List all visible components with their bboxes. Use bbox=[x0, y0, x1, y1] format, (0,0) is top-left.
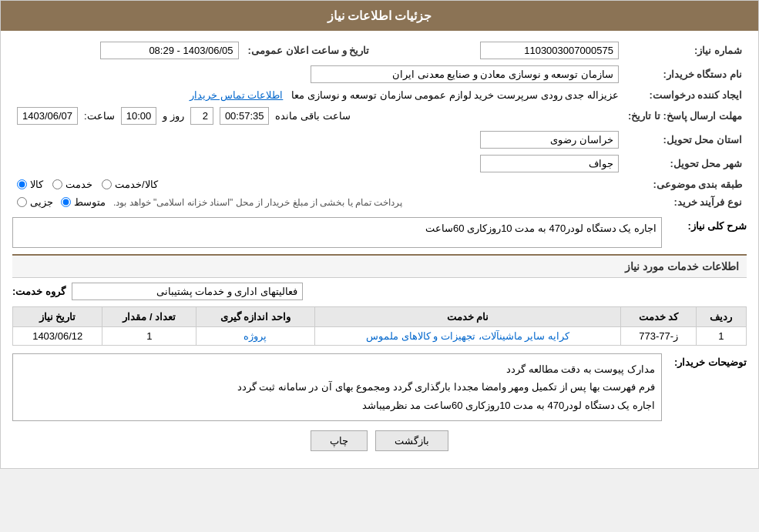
service-group-row: گروه خدمت: فعالیتهای اداری و خدمات پشتیب… bbox=[12, 283, 747, 300]
purchase-type-label: نوع فرآیند خرید: bbox=[623, 193, 747, 211]
buyer-org-value: سازمان توسعه و نوسازی معادن و صنایع معدن… bbox=[12, 62, 623, 86]
info-table: شماره نیاز: 1103003007000575 تاریخ و ساع… bbox=[12, 38, 747, 211]
col-row-num: ردیف bbox=[696, 307, 746, 327]
button-row: بازگشت چاپ bbox=[12, 430, 747, 451]
page-title: جزئیات اطلاعات نیاز bbox=[327, 9, 432, 22]
need-number-label: شماره نیاز: bbox=[623, 38, 747, 62]
response-remaining-label: ساعت باقی مانده bbox=[275, 110, 350, 122]
category-options: کالا خدمت کالا/خدمت bbox=[12, 176, 623, 193]
cell-date: 1403/06/12 bbox=[13, 327, 102, 346]
purchase-jozi-radio[interactable] bbox=[17, 197, 27, 207]
category-khedmat-radio[interactable] bbox=[52, 179, 62, 189]
buyer-notes-box: مدارک پیوست به دقت مطالعه گرددفرم فهرست … bbox=[12, 353, 662, 421]
service-group-value: فعالیتهای اداری و خدمات پشتیبانی bbox=[72, 283, 303, 300]
cell-row-num: 1 bbox=[696, 327, 746, 346]
need-description-box: اجاره یک دستگاه لودر470 به مدت 10روزکاری… bbox=[12, 217, 662, 248]
content-area: شماره نیاز: 1103003007000575 تاریخ و ساع… bbox=[1, 31, 758, 468]
category-kala-khedmat-radio[interactable] bbox=[102, 179, 112, 189]
need-description-section: شرح کلی نیاز: اجاره یک دستگاه لودر470 به… bbox=[12, 217, 747, 248]
category-kala-khedmat-item: کالا/خدمت bbox=[102, 179, 158, 190]
need-description-box-wrapper: اجاره یک دستگاه لودر470 به مدت 10روزکاری… bbox=[12, 217, 662, 248]
response-time-label: ساعت: bbox=[84, 110, 115, 122]
col-service-code: کد خدمت bbox=[621, 307, 696, 327]
row-response-date: مهلت ارسال پاسخ: تا تاریخ: 1403/06/07 سا… bbox=[12, 104, 747, 128]
page-container: جزئیات اطلاعات نیاز شماره نیاز: 11030030… bbox=[0, 0, 759, 469]
col-unit: واحد اندازه گیری bbox=[196, 307, 314, 327]
need-number-value: 1103003007000575 bbox=[392, 38, 623, 62]
purchase-motavasset-item: متوسط bbox=[61, 196, 106, 208]
purchase-jozi-label: جزیی bbox=[30, 196, 53, 208]
city-box: جواف bbox=[480, 155, 619, 172]
service-table: ردیف کد خدمت نام خدمت واحد اندازه گیری ت… bbox=[12, 306, 747, 346]
need-description-label: شرح کلی نیاز: bbox=[670, 217, 747, 232]
category-label: طبقه بندی موضوعی: bbox=[623, 176, 747, 193]
category-kala-khedmat-label: کالا/خدمت bbox=[115, 179, 158, 190]
city-value: جواف bbox=[12, 152, 623, 176]
response-date-label: مهلت ارسال پاسخ: تا تاریخ: bbox=[623, 104, 747, 128]
response-days-box: 2 bbox=[190, 107, 213, 125]
col-date: تاریخ نیاز bbox=[13, 307, 102, 327]
response-days-label: روز و bbox=[163, 110, 184, 122]
requester-label: ایجاد کننده درخواست: bbox=[623, 86, 747, 104]
requester-link[interactable]: اطلاعات تماس خریدار bbox=[190, 89, 283, 101]
print-button[interactable]: چاپ bbox=[311, 430, 368, 451]
notes-line: مدارک پیوست به دقت مطالعه گردد bbox=[19, 360, 655, 378]
province-box: خراسان رضوی bbox=[480, 131, 619, 149]
row-purchase-type: نوع فرآیند خرید: جزیی متوسط پرداخت تمام … bbox=[12, 193, 747, 211]
page-header: جزئیات اطلاعات نیاز bbox=[1, 1, 758, 31]
col-quantity: تعداد / مقدار bbox=[102, 307, 196, 327]
category-kala-label: کالا bbox=[30, 179, 43, 190]
category-kala-radio[interactable] bbox=[17, 179, 27, 189]
announce-box: 1403/06/05 - 08:29 bbox=[100, 42, 239, 59]
province-label: استان محل تحویل: bbox=[623, 128, 747, 152]
cell-unit: پروژه bbox=[196, 327, 314, 346]
purchase-type-options: جزیی متوسط پرداخت تمام یا بخشی از مبلغ خ… bbox=[12, 193, 623, 211]
service-group-label: گروه خدمت: bbox=[12, 286, 65, 297]
row-category: طبقه بندی موضوعی: کالا خدمت کالا/خدمت bbox=[12, 176, 747, 193]
row-requester: ایجاد کننده درخواست: عزیزاله جدی رودی سر… bbox=[12, 86, 747, 104]
purchase-motavasset-radio[interactable] bbox=[61, 197, 71, 207]
announce-label: تاریخ و ساعت اعلان عمومی: bbox=[243, 38, 393, 62]
buyer-org-box: سازمان توسعه و نوسازی معادن و صنایع معدن… bbox=[311, 65, 619, 83]
row-province: استان محل تحویل: خراسان رضوی bbox=[12, 128, 747, 152]
response-remaining-box: 00:57:35 bbox=[220, 107, 270, 125]
category-kala-item: کالا bbox=[17, 179, 43, 190]
category-khedmat-label: خدمت bbox=[65, 179, 92, 190]
buyer-notes-section: توضیحات خریدار: مدارک پیوست به دقت مطالع… bbox=[12, 353, 747, 421]
service-table-body: 1ز-77-773کرایه سایر ماشینآلات، تجهیزات و… bbox=[13, 327, 747, 346]
service-table-header: ردیف کد خدمت نام خدمت واحد اندازه گیری ت… bbox=[13, 307, 747, 327]
purchase-motavasset-label: متوسط bbox=[74, 196, 106, 208]
table-row: 1ز-77-773کرایه سایر ماشینآلات، تجهیزات و… bbox=[13, 327, 747, 346]
col-service-name: نام خدمت bbox=[314, 307, 621, 327]
city-label: شهر محل تحویل: bbox=[623, 152, 747, 176]
response-time-box: 10:00 bbox=[121, 107, 157, 125]
need-number-box: 1103003007000575 bbox=[480, 42, 619, 59]
cell-service-code: ز-77-773 bbox=[621, 327, 696, 346]
row-city: شهر محل تحویل: جواف bbox=[12, 152, 747, 176]
category-khedmat-item: خدمت bbox=[52, 179, 92, 190]
cell-quantity: 1 bbox=[102, 327, 196, 346]
province-value: خراسان رضوی bbox=[12, 128, 623, 152]
buyer-org-label: نام دستگاه خریدار: bbox=[623, 62, 747, 86]
service-info-header: اطلاعات خدمات مورد نیاز bbox=[12, 254, 747, 278]
requester-text: عزیزاله جدی رودی سرپرست خرید لوازم عمومی… bbox=[291, 89, 619, 101]
purchase-type-note: پرداخت تمام یا بخشی از مبلغ خریدار از مح… bbox=[113, 197, 402, 208]
notes-line: اجاره یک دستگاه لودر470 به مدت 10روزکاری… bbox=[19, 396, 655, 414]
requester-value: عزیزاله جدی رودی سرپرست خرید لوازم عمومی… bbox=[12, 86, 623, 104]
announce-value: 1403/06/05 - 08:29 bbox=[12, 38, 243, 62]
buyer-notes-label: توضیحات خریدار: bbox=[670, 353, 747, 368]
back-button[interactable]: بازگشت bbox=[375, 430, 448, 451]
response-date-row: 1403/06/07 ساعت: 10:00 روز و 2 00:57:35 … bbox=[12, 104, 623, 128]
row-buyer-org: نام دستگاه خریدار: سازمان توسعه و نوسازی… bbox=[12, 62, 747, 86]
cell-service-name: کرایه سایر ماشینآلات، تجهیزات و کالاهای … bbox=[314, 327, 621, 346]
response-date-box: 1403/06/07 bbox=[17, 107, 78, 125]
buyer-notes-box-wrapper: مدارک پیوست به دقت مطالعه گرددفرم فهرست … bbox=[12, 353, 662, 421]
purchase-jozi-item: جزیی bbox=[17, 196, 53, 208]
row-need-number: شماره نیاز: 1103003007000575 تاریخ و ساع… bbox=[12, 38, 747, 62]
notes-line: فرم فهرست بها پس از تکمیل ومهر وامضا مجد… bbox=[19, 378, 655, 396]
